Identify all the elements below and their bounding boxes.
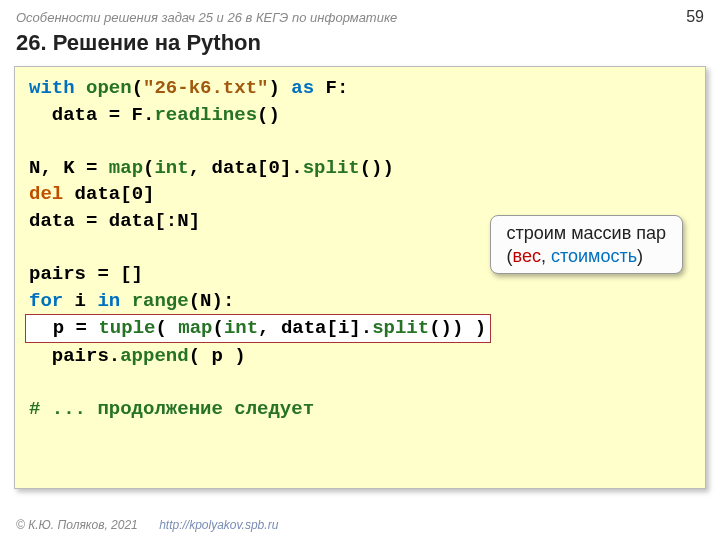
code-text: N, K = xyxy=(29,157,109,179)
string-literal: "26-k6.txt" xyxy=(143,77,268,99)
fn-split: split xyxy=(303,157,360,179)
page-number: 59 xyxy=(686,8,704,26)
kw-as: as xyxy=(291,77,314,99)
code-text: data = F. xyxy=(29,104,154,126)
fn-map: map xyxy=(178,317,212,339)
code-text: ( xyxy=(143,157,154,179)
fn-map: map xyxy=(109,157,143,179)
code-block: with open("26-k6.txt") as F: data = F.re… xyxy=(14,66,706,489)
fn-tuple: tuple xyxy=(98,317,155,339)
fn-append: append xyxy=(120,345,188,367)
fn-int: int xyxy=(154,157,188,179)
fn-int: int xyxy=(224,317,258,339)
fn-split: split xyxy=(372,317,429,339)
comma: , xyxy=(541,246,551,266)
highlighted-line: p = tuple( map(int, data[i].split()) ) xyxy=(25,314,491,343)
top-bar: Особенности решения задач 25 и 26 в КЕГЭ… xyxy=(0,0,720,28)
code-text: , data[0]. xyxy=(189,157,303,179)
code-text: p = xyxy=(30,317,98,339)
kw-in: in xyxy=(97,290,120,312)
page-title: 26. Решение на Python xyxy=(0,28,720,66)
footer-link[interactable]: http://kpolyakov.spb.ru xyxy=(159,518,278,532)
code-text: pairs = [] xyxy=(29,263,143,285)
code-text: ( xyxy=(155,317,178,339)
code-text: ()) ) xyxy=(429,317,486,339)
slide: Особенности решения задач 25 и 26 в КЕГЭ… xyxy=(0,0,720,540)
comment: # ... продолжение следует xyxy=(29,398,314,420)
code-text: data[0] xyxy=(63,183,154,205)
paren: ) xyxy=(637,246,643,266)
code-text: data = data[:N] xyxy=(29,210,200,232)
fn-readlines: readlines xyxy=(154,104,257,126)
callout-bubble: строим массив пар (вес, стоимость) xyxy=(490,215,683,274)
code-text: (N): xyxy=(189,290,235,312)
document-subtitle: Особенности решения задач 25 и 26 в КЕГЭ… xyxy=(16,10,397,25)
callout-cost: стоимость xyxy=(551,246,637,266)
code-text: , data[i]. xyxy=(258,317,372,339)
code-text: ( xyxy=(212,317,223,339)
callout-weight: вес xyxy=(513,246,541,266)
callout-line1: строим массив пар xyxy=(507,222,666,245)
copyright-text: © К.Ю. Поляков, 2021 xyxy=(16,518,138,532)
code-text: ()) xyxy=(360,157,394,179)
code-text: i xyxy=(63,290,97,312)
callout-line2: (вес, стоимость) xyxy=(507,245,666,268)
code-text: F: xyxy=(314,77,348,99)
kw-for: for xyxy=(29,290,63,312)
kw-with: with xyxy=(29,77,75,99)
fn-range: range xyxy=(132,290,189,312)
code-text: () xyxy=(257,104,280,126)
fn-open: open xyxy=(86,77,132,99)
kw-del: del xyxy=(29,183,63,205)
code-text: pairs. xyxy=(29,345,120,367)
code-text: ( p ) xyxy=(189,345,246,367)
footer: © К.Ю. Поляков, 2021 http://kpolyakov.sp… xyxy=(16,518,278,532)
code-text xyxy=(120,290,131,312)
